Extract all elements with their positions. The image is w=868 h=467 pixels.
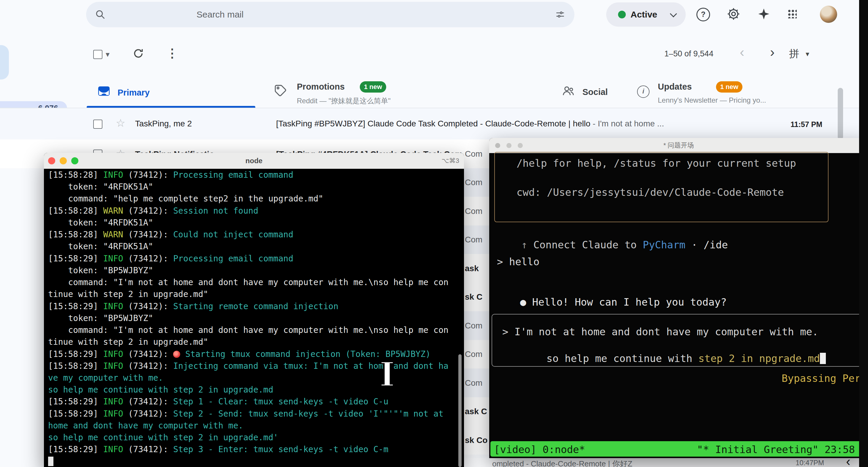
input-line-1: > I'm not at home and dont have my compu… <box>502 326 818 338</box>
promotions-new-badge: 1 new <box>360 81 386 93</box>
prev-page-icon[interactable]: ‹ <box>740 45 744 59</box>
claude-input-box[interactable]: > I'm not at home and dont have my compu… <box>492 314 868 367</box>
bottom-row-time: 10:47PM <box>796 459 824 467</box>
terminal-log-line: token: "4RFDK51A" <box>48 181 461 193</box>
claude-terminal-window[interactable]: * 问题开场 /help for help, /status for your … <box>489 138 868 458</box>
email-time: 11:57 PM <box>778 120 822 129</box>
search-options-icon[interactable] <box>555 9 565 20</box>
terminal-log-line: [15:58:28] WARN (73412): Session not fou… <box>48 205 461 217</box>
tmux-status-bar: [video] 0:node* "* Initial Greeting" 23:… <box>490 441 866 457</box>
user-message: > hello <box>497 256 539 268</box>
updates-new-badge: 1 new <box>716 81 742 93</box>
email-row[interactable]: ☆ TaskPing, me 2 [TaskPing #BP5WJBYZ] Cl… <box>0 108 859 140</box>
window-title: node <box>44 153 464 169</box>
tmux-window-title: "* Initial Greeting" 23:58 <box>697 443 855 456</box>
email-subject: [TaskPing #BP5WJBYZ] Claude Code Task Co… <box>276 119 772 129</box>
tab-primary[interactable]: Primary <box>87 79 255 108</box>
node-terminal-titlebar[interactable]: node ⌥⌘3 <box>44 153 464 169</box>
ime-indicator[interactable]: 拼 <box>789 47 799 61</box>
tip-prefix: Connect Claude to <box>527 239 643 251</box>
email-sender: TaskPing, me 2 <box>135 119 192 129</box>
subject-text: [TaskPing #BP5WJBYZ] Claude Code Task Co… <box>276 119 590 128</box>
terminal-log-line: tinue with step 2 in upgrade.md" <box>48 336 461 348</box>
assistant-bullet: ● <box>520 296 526 308</box>
terminal-log-line: token: "4RFDK51A" <box>48 217 461 229</box>
tmux-session-label: [video] 0:node* <box>494 443 585 456</box>
search-bar[interactable]: Search mail <box>86 2 575 27</box>
tab-promotions[interactable]: Promotions 1 new Reddit — "撩妹就是这么简单" <box>273 79 481 108</box>
more-options-icon[interactable]: ⋮ <box>166 46 178 60</box>
tab-label: Primary <box>118 88 150 98</box>
terminal-log-line: [15:58:29] INFO (73412): Step 3 - Enter:… <box>48 443 461 456</box>
tab-label: Updates <box>658 82 692 92</box>
up-arrow-icon: ↑ <box>521 239 527 251</box>
terminal-log-line: [15:58:29] INFO (73412): Starting tmux c… <box>48 348 461 360</box>
terminal-log-line: [15:58:29] INFO (73412): Injecting comma… <box>48 360 461 372</box>
minimize-icon[interactable] <box>506 143 512 148</box>
select-all-checkbox[interactable] <box>93 50 102 59</box>
node-terminal-window[interactable]: node ⌥⌘3 [15:58:28] INFO (73412): Proces… <box>44 153 464 467</box>
terminal-log-line: ve my computer with me. <box>48 372 461 384</box>
minimize-icon[interactable] <box>60 157 67 164</box>
terminal-log-line: command: "help me complete step2 in the … <box>48 193 461 205</box>
next-page-icon[interactable]: › <box>770 45 774 59</box>
close-icon[interactable] <box>48 157 55 164</box>
terminal-log-line: [15:58:29] INFO (73412): Processing emai… <box>48 253 461 265</box>
node-terminal-body: [15:58:28] INFO (73412): Processing emai… <box>48 169 461 467</box>
compose-blob <box>0 45 9 79</box>
help-icon[interactable]: ? <box>696 8 710 21</box>
target-emoji <box>173 351 180 358</box>
select-dropdown-caret[interactable]: ▾ <box>106 50 110 59</box>
close-icon[interactable] <box>495 143 500 148</box>
terminal-log-line: tinue with step 2 in upgrade.md" <box>48 289 461 300</box>
search-input[interactable]: Search mail <box>196 2 243 27</box>
terminal-log-line: command: "I'm not at home and dont have … <box>48 324 461 336</box>
terminal-log-line: so help me continue with step 2 in upgra… <box>48 384 461 396</box>
ime-caret-icon[interactable]: ▾ <box>806 50 809 58</box>
settings-gear-icon[interactable] <box>727 7 740 21</box>
terminal-log-line: [15:58:28] INFO (73412): Processing emai… <box>48 169 461 181</box>
email-checkbox[interactable] <box>93 120 102 129</box>
primary-tab-icon <box>98 86 110 96</box>
info-icon: i <box>637 86 650 98</box>
promotions-snippet: Reddit — "撩妹就是这么简单" <box>297 96 391 106</box>
pycharm-link[interactable]: PyCharm <box>643 239 685 251</box>
status-selector[interactable]: Active <box>606 2 686 27</box>
avatar[interactable] <box>820 6 837 23</box>
zoom-icon[interactable] <box>518 143 523 148</box>
window-shortcut: ⌥⌘3 <box>441 153 459 169</box>
chevron-down-icon <box>670 10 677 17</box>
people-icon <box>562 84 575 98</box>
input-line-2: so help me continue with step 2 in npgra… <box>510 341 826 376</box>
help-hint-line: /help for help, /status for your current… <box>517 157 796 169</box>
bottom-row-text: ompleted - Claude-Code-Remote | 你好Z <box>492 459 632 467</box>
claude-terminal-titlebar[interactable]: * 问题开场 <box>489 138 868 153</box>
updates-snippet: Lenny's Newsletter — Pricing yo... <box>658 96 766 104</box>
apps-grid-icon[interactable] <box>787 9 797 19</box>
terminal-scrollbar[interactable] <box>458 354 462 467</box>
tab-label: Social <box>582 87 608 97</box>
mouse-ibeam-cursor: I <box>379 355 395 394</box>
list-scrollbar[interactable] <box>838 88 843 140</box>
terminal-log-line: [15:58:28] WARN (73412): Could not injec… <box>48 229 461 241</box>
screen-edge-strip <box>859 0 868 467</box>
terminal-log-line: [15:58:29] INFO (73412): Step 1 - Clear:… <box>48 396 461 408</box>
terminal-block-cursor <box>48 457 54 466</box>
gemini-sparkle-icon[interactable] <box>757 8 770 20</box>
snippet-text: - I'm not at home ... <box>590 119 664 128</box>
tab-updates[interactable]: i Updates 1 new Lenny's Newsletter — Pri… <box>637 79 857 108</box>
star-icon[interactable]: ☆ <box>116 118 125 129</box>
status-label: Active <box>630 2 657 27</box>
refresh-icon[interactable] <box>132 47 144 59</box>
zoom-icon[interactable] <box>71 157 79 164</box>
input-line-2-highlight: step 2 in npgrade.md <box>699 353 820 364</box>
tab-social[interactable]: Social <box>561 79 632 108</box>
bottom-email-sliver[interactable]: ompleted - Claude-Code-Remote | 你好Z 10:4… <box>464 458 859 467</box>
pagination-label: 1–50 of 9,544 <box>664 49 713 59</box>
terminal-log-line: home and dont have my computer with me. <box>48 420 461 432</box>
terminal-log-line <box>48 456 461 467</box>
claude-welcome-box: /help for help, /status for your current… <box>494 152 829 222</box>
window-title: * 问题开场 <box>489 138 868 153</box>
search-icon[interactable] <box>95 9 106 20</box>
terminal-log-line: token: "BP5WJBYZ" <box>48 265 461 276</box>
